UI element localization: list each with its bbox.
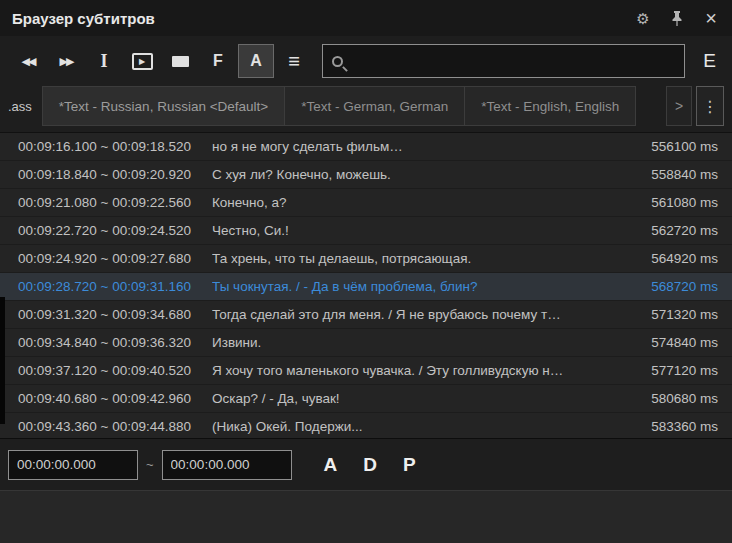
tab-english[interactable]: *Text - English, English: [465, 86, 636, 126]
panel-header: ◀◀ ▶▶ I ▶ F A ≡ E .ass *Text - Russian, …: [0, 36, 732, 132]
subtitle-row-selected[interactable]: 00:09:28.720 ~ 00:09:31.160 Ты чокнутая.…: [0, 273, 732, 301]
row-text: Честно, Си.!: [212, 223, 636, 238]
row-time: 00:09:18.840 ~ 00:09:20.920: [0, 167, 212, 182]
toolbar: ◀◀ ▶▶ I ▶ F A ≡ E: [0, 36, 732, 86]
subtitle-row[interactable]: 00:09:43.360 ~ 00:09:44.880 (Ника) Окей.…: [0, 413, 732, 438]
tab-german-label: *Text - German, German: [301, 99, 448, 114]
row-ms: 564920 ms: [636, 251, 732, 266]
titlebar: Браузер субтитров ⚙ ×: [0, 0, 732, 36]
tabs-more-icon[interactable]: ⋮: [696, 86, 724, 126]
row-time: 00:09:37.120 ~ 00:09:40.520: [0, 363, 212, 378]
subtitle-row[interactable]: 00:09:21.080 ~ 00:09:22.560 Конечно, а? …: [0, 189, 732, 217]
p-action-button[interactable]: P: [403, 454, 416, 476]
rectangle-icon: [172, 56, 189, 67]
range-end-input[interactable]: [162, 450, 292, 480]
row-ms: 574840 ms: [636, 335, 732, 350]
subtitle-table[interactable]: 00:09:16.100 ~ 00:09:18.520 но я не могу…: [0, 132, 732, 438]
search-icon: [332, 56, 343, 67]
action-buttons: A D P: [324, 454, 416, 476]
tabs-scroll-next-button[interactable]: >: [666, 86, 692, 126]
subtitle-row[interactable]: 00:09:37.120 ~ 00:09:40.520 Я хочу того …: [0, 357, 732, 385]
format-label: .ass: [8, 99, 32, 114]
row-time: 00:09:31.320 ~ 00:09:34.680: [0, 307, 212, 322]
row-ms: 583360 ms: [636, 419, 732, 434]
row-text: Ты чокнутая. / - Да в чём проблема, блин…: [212, 279, 636, 294]
row-text: Извини.: [212, 335, 636, 350]
italic-i-button[interactable]: I: [86, 44, 122, 78]
row-text: (Ника) Окей. Подержи...: [212, 419, 636, 434]
row-ms: 571320 ms: [636, 307, 732, 322]
row-time: 00:09:43.360 ~ 00:09:44.880: [0, 419, 212, 434]
a-tool-button[interactable]: A: [238, 44, 274, 78]
row-ms: 556100 ms: [636, 139, 732, 154]
row-ms: 580680 ms: [636, 391, 732, 406]
row-ms: 577120 ms: [636, 363, 732, 378]
row-time: 00:09:16.100 ~ 00:09:18.520: [0, 139, 212, 154]
menu-button[interactable]: ≡: [276, 44, 312, 78]
window-title: Браузер субтитров: [12, 10, 155, 27]
left-edge-artifact: [0, 297, 5, 424]
pin-icon[interactable]: [668, 9, 686, 27]
row-text: но я не могу сделать фильм…: [212, 139, 636, 154]
row-time: 00:09:40.680 ~ 00:09:42.960: [0, 391, 212, 406]
track-tabs: .ass *Text - Russian, Russian <Default> …: [0, 86, 732, 132]
subtitle-row[interactable]: 00:09:24.920 ~ 00:09:27.680 Та хрень, чт…: [0, 245, 732, 273]
range-start-input[interactable]: [8, 450, 138, 480]
empty-panel: [0, 490, 732, 543]
row-ms: 558840 ms: [636, 167, 732, 182]
row-text: Я хочу того маленького чувачка. / Эту го…: [212, 363, 636, 378]
row-time: 00:09:34.840 ~ 00:09:36.320: [0, 335, 212, 350]
subtitle-browser-window: Браузер субтитров ⚙ × ◀◀ ▶▶ I ▶ F: [0, 0, 732, 543]
search-input[interactable]: [352, 53, 675, 69]
row-text: Оскар? / - Да, чувак!: [212, 391, 636, 406]
row-time: 00:09:22.720 ~ 00:09:24.520: [0, 223, 212, 238]
subtitle-row[interactable]: 00:09:22.720 ~ 00:09:24.520 Честно, Си.!…: [0, 217, 732, 245]
search-box[interactable]: [322, 44, 685, 78]
row-time: 00:09:24.920 ~ 00:09:27.680: [0, 251, 212, 266]
row-ms: 568720 ms: [636, 279, 732, 294]
d-action-button[interactable]: D: [363, 454, 377, 476]
row-ms: 561080 ms: [636, 195, 732, 210]
titlebar-icons: ⚙ ×: [634, 9, 720, 27]
f-tool-button[interactable]: F: [200, 44, 236, 78]
subtitle-row[interactable]: 00:09:16.100 ~ 00:09:18.520 но я не могу…: [0, 133, 732, 161]
row-text: Та хрень, что ты делаешь, потрясающая.: [212, 251, 636, 266]
play-box-button[interactable]: ▶: [124, 44, 160, 78]
close-icon[interactable]: ×: [702, 9, 720, 27]
rectangle-button[interactable]: [162, 44, 198, 78]
row-text: С хуя ли? Конечно, можешь.: [212, 167, 636, 182]
play-icon: ▶: [132, 53, 153, 70]
tab-english-label: *Text - English, English: [481, 99, 619, 114]
skip-backward-button[interactable]: ◀◀: [10, 44, 46, 78]
range-separator: ~: [146, 457, 154, 472]
pin-icon-shape: [671, 11, 683, 26]
tab-russian-label: *Text - Russian, Russian <Default>: [59, 99, 268, 114]
row-text: Конечно, а?: [212, 195, 636, 210]
tab-russian[interactable]: *Text - Russian, Russian <Default>: [42, 86, 285, 126]
subtitle-row[interactable]: 00:09:18.840 ~ 00:09:20.920 С хуя ли? Ко…: [0, 161, 732, 189]
row-time: 00:09:21.080 ~ 00:09:22.560: [0, 195, 212, 210]
row-text: Тогда сделай это для меня. / Я не врубаю…: [212, 307, 636, 322]
bottom-bar: ~ A D P: [0, 438, 732, 490]
row-time: 00:09:28.720 ~ 00:09:31.160: [0, 279, 212, 294]
subtitle-row[interactable]: 00:09:31.320 ~ 00:09:34.680 Тогда сделай…: [0, 301, 732, 329]
subtitle-row[interactable]: 00:09:40.680 ~ 00:09:42.960 Оскар? / - Д…: [0, 385, 732, 413]
row-ms: 562720 ms: [636, 223, 732, 238]
a-action-button[interactable]: A: [324, 454, 338, 476]
gear-icon[interactable]: ⚙: [634, 9, 652, 27]
tab-german[interactable]: *Text - German, German: [285, 86, 465, 126]
skip-forward-button[interactable]: ▶▶: [48, 44, 84, 78]
e-button[interactable]: E: [697, 50, 722, 72]
subtitle-row[interactable]: 00:09:34.840 ~ 00:09:36.320 Извини. 5748…: [0, 329, 732, 357]
